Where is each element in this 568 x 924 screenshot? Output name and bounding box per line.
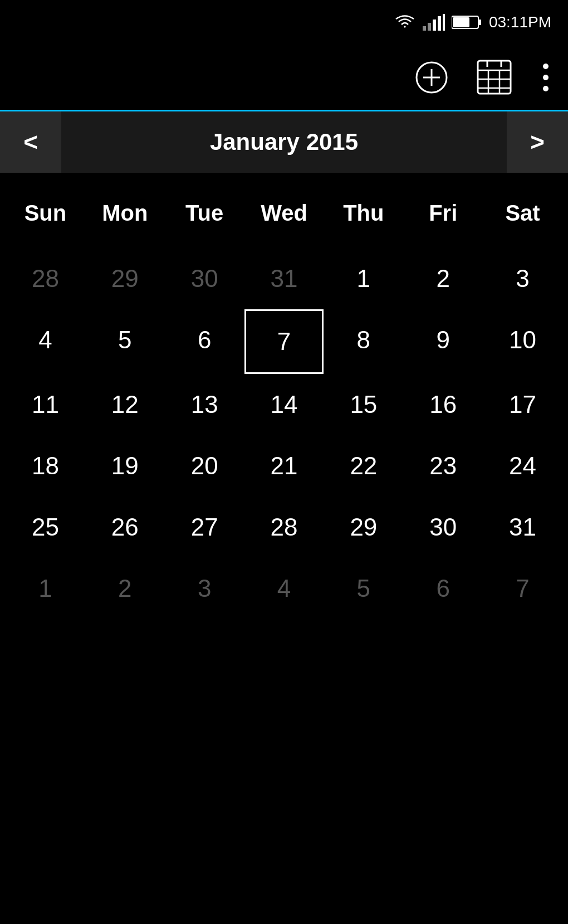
calendar-day-cell[interactable]: 18 — [6, 435, 85, 497]
calendar-day-cell[interactable]: 29 — [324, 497, 403, 558]
calendar-day-cell[interactable]: 26 — [85, 497, 165, 558]
calendar-day-cell[interactable]: 4 — [6, 309, 85, 374]
wifi-icon — [394, 14, 416, 31]
svg-rect-0 — [423, 26, 426, 31]
calendar-day-cell[interactable]: 27 — [165, 497, 244, 558]
calendar-day-cell[interactable]: 1 — [324, 248, 403, 309]
day-of-week-label: Wed — [244, 189, 324, 237]
calendar-day-cell[interactable]: 19 — [85, 435, 165, 497]
calendar-day-cell[interactable]: 6 — [165, 309, 244, 374]
prev-month-button[interactable]: < — [0, 111, 61, 173]
day-of-week-label: Thu — [324, 189, 403, 237]
calendar-day-cell[interactable]: 30 — [403, 497, 483, 558]
add-icon[interactable] — [415, 61, 448, 94]
calendar-day-cell[interactable]: 31 — [244, 248, 324, 309]
svg-point-21 — [543, 86, 549, 91]
more-icon[interactable] — [540, 61, 551, 94]
status-bar: 03:11PM — [0, 0, 568, 45]
calendar-day-cell[interactable]: 28 — [244, 497, 324, 558]
calendar-day-cell[interactable]: 25 — [6, 497, 85, 558]
calendar-day-cell[interactable]: 7 — [483, 558, 562, 619]
calendar-day-cell[interactable]: 12 — [85, 374, 165, 435]
calendar-day-cell[interactable]: 16 — [403, 374, 483, 435]
calendar-day-cell[interactable]: 22 — [324, 435, 403, 497]
calendar-day-cell[interactable]: 5 — [85, 309, 165, 374]
calendar-day-cell[interactable]: 2 — [85, 558, 165, 619]
svg-point-19 — [543, 64, 549, 69]
action-bar — [0, 45, 568, 111]
day-of-week-label: Mon — [85, 189, 165, 237]
days-of-week-header: SunMonTueWedThuFriSat — [6, 189, 562, 237]
status-icons: 03:11PM — [394, 13, 551, 31]
calendar-grid-icon[interactable] — [476, 59, 512, 95]
calendar-day-cell[interactable]: 11 — [6, 374, 85, 435]
calendar-day-cell[interactable]: 9 — [403, 309, 483, 374]
calendar-day-cell[interactable]: 24 — [483, 435, 562, 497]
day-of-week-label: Tue — [165, 189, 244, 237]
svg-rect-1 — [428, 23, 431, 31]
calendar-day-cell[interactable]: 20 — [165, 435, 244, 497]
calendar-day-cell[interactable]: 13 — [165, 374, 244, 435]
calendar-day-cell[interactable]: 7 — [244, 309, 324, 374]
calendar-month-header: < January 2015 > — [0, 111, 568, 173]
day-of-week-label: Fri — [403, 189, 483, 237]
month-year-title: January 2015 — [61, 111, 507, 173]
calendar-day-cell[interactable]: 23 — [403, 435, 483, 497]
calendar-day-cell[interactable]: 5 — [324, 558, 403, 619]
svg-rect-6 — [478, 20, 481, 25]
signal-icon — [423, 14, 445, 31]
calendar-day-cell[interactable]: 1 — [6, 558, 85, 619]
day-of-week-label: Sat — [483, 189, 562, 237]
calendar-day-cell[interactable]: 14 — [244, 374, 324, 435]
calendar-day-cell[interactable]: 8 — [324, 309, 403, 374]
svg-rect-2 — [433, 20, 436, 31]
calendar-day-cell[interactable]: 6 — [403, 558, 483, 619]
time-display: 03:11PM — [489, 13, 551, 31]
calendar-day-cell[interactable]: 10 — [483, 309, 562, 374]
next-month-button[interactable]: > — [507, 111, 568, 173]
calendar-day-cell[interactable]: 3 — [483, 248, 562, 309]
calendar-day-cell[interactable]: 31 — [483, 497, 562, 558]
calendar-container: SunMonTueWedThuFriSat 282930311234567891… — [0, 189, 568, 619]
calendar-day-cell[interactable]: 4 — [244, 558, 324, 619]
calendar-day-cell[interactable]: 2 — [403, 248, 483, 309]
calendar-day-cell[interactable]: 15 — [324, 374, 403, 435]
calendar-grid[interactable]: 2829303112345678910111213141516171819202… — [6, 248, 562, 619]
svg-rect-7 — [453, 17, 469, 27]
calendar-day-cell[interactable]: 3 — [165, 558, 244, 619]
svg-rect-3 — [438, 16, 441, 31]
svg-point-20 — [543, 75, 549, 80]
svg-rect-4 — [443, 14, 445, 31]
calendar-day-cell[interactable]: 17 — [483, 374, 562, 435]
calendar-day-cell[interactable]: 21 — [244, 435, 324, 497]
calendar-day-cell[interactable]: 29 — [85, 248, 165, 309]
calendar-day-cell[interactable]: 28 — [6, 248, 85, 309]
calendar-day-cell[interactable]: 30 — [165, 248, 244, 309]
battery-icon — [452, 14, 482, 30]
day-of-week-label: Sun — [6, 189, 85, 237]
